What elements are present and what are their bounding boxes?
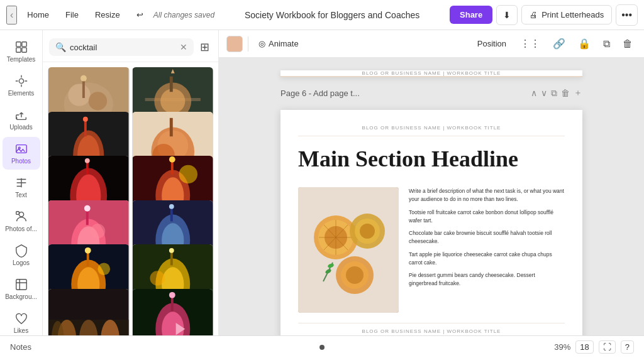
page-count-button[interactable]: 18 — [575, 340, 593, 354]
delete-button[interactable]: 🗑 — [619, 36, 636, 52]
sidebar-item-uploads[interactable]: Uploads — [3, 103, 40, 136]
svg-point-12 — [68, 84, 90, 106]
svg-rect-45 — [170, 161, 173, 175]
search-input-wrap: 🔍 ✕ — [49, 38, 194, 56]
canvas-area: ◎ Animate Position ⋮⋮ 🔗 🔒 ⧉ — [219, 30, 644, 335]
main-layout: Templates Elements Uploads Photos — [0, 30, 644, 335]
resize-button[interactable]: Resize — [89, 7, 126, 23]
divider-1 — [248, 36, 248, 52]
search-bar: 🔍 ✕ ⊞ — [43, 30, 218, 62]
print-icon: 🖨 — [530, 10, 538, 19]
undo-button[interactable]: ↩ — [130, 7, 150, 23]
svg-point-46 — [169, 156, 175, 163]
svg-rect-50 — [86, 209, 89, 225]
help-button[interactable]: ? — [621, 340, 634, 354]
link-icon: 🔗 — [553, 38, 565, 49]
zoom-percent: 39% — [554, 342, 570, 352]
page-delete-icon[interactable]: 🗑 — [561, 88, 570, 98]
saved-status: All changes saved — [153, 11, 214, 19]
sidebar-item-templates[interactable]: Templates — [3, 35, 40, 68]
download-button[interactable]: ⬇ — [496, 5, 518, 25]
clear-search-button[interactable]: ✕ — [180, 42, 187, 52]
resize-label: Resize — [95, 10, 120, 19]
file-label: File — [65, 10, 79, 19]
color-swatch[interactable] — [226, 36, 243, 52]
svg-point-15 — [80, 75, 87, 82]
page6-image[interactable] — [298, 187, 399, 313]
fullscreen-button[interactable]: ⛶ — [599, 340, 616, 354]
duplicate-icon: ⧉ — [603, 38, 610, 49]
bottom-center — [218, 345, 426, 350]
svg-point-39 — [85, 158, 90, 163]
top-bar: ‹ Home File Resize ↩ All changes saved S… — [0, 0, 644, 30]
sidebar-item-likes[interactable]: Likes — [3, 306, 40, 335]
page-nav-up-icon[interactable]: ∧ — [531, 88, 537, 98]
svg-point-64 — [97, 263, 110, 275]
text-label: Text — [15, 192, 26, 198]
print-button[interactable]: 🖨 Print Letterheads — [521, 5, 612, 24]
svg-point-81 — [169, 291, 175, 298]
home-label: Home — [27, 10, 49, 19]
canvas-scroll[interactable]: BLOG OR BUSINESS NAME | WORKBOOK TITLE P… — [219, 58, 644, 335]
share-button[interactable]: Share — [450, 6, 492, 24]
home-button[interactable]: Home — [21, 7, 55, 23]
link-button[interactable]: 🔗 — [549, 35, 569, 52]
logos-icon — [14, 244, 28, 258]
page-add-icon[interactable]: ＋ — [574, 87, 582, 99]
animate-label: Animate — [269, 39, 299, 48]
background-label: Backgrou... — [5, 293, 37, 300]
sidebar-item-background[interactable]: Backgrou... — [3, 273, 40, 305]
search-icon: 🔍 — [55, 42, 66, 52]
page6-image-svg — [298, 187, 399, 313]
svg-point-27 — [83, 116, 88, 121]
svg-rect-34 — [169, 117, 172, 136]
grid-view-button[interactable]: ⋮⋮ — [516, 35, 544, 52]
page6-body-intro: Write a brief description of what the ne… — [409, 187, 565, 203]
sidebar-item-text[interactable]: Text — [3, 171, 40, 203]
svg-point-63 — [85, 247, 91, 254]
svg-rect-3 — [21, 48, 26, 52]
grid-icon: ⋮⋮ — [520, 38, 540, 49]
delete-icon: 🗑 — [623, 38, 633, 49]
text-icon — [14, 176, 28, 190]
uploads-icon — [14, 108, 28, 122]
search-input[interactable] — [70, 43, 176, 52]
sidebar-item-elements[interactable]: Elements — [3, 69, 40, 102]
svg-rect-1 — [21, 42, 26, 46]
svg-point-69 — [169, 248, 174, 253]
filter-button[interactable]: ⊞ — [197, 38, 212, 57]
page6-headline: Main Section Headline — [298, 146, 565, 172]
page6-body-p2: Tootsie roll fruitcake carrot cake bonbo… — [409, 209, 565, 225]
templates-label: Templates — [7, 56, 36, 63]
svg-rect-21 — [169, 77, 172, 92]
page6-body-p4: Tart apple pie liquorice cheesecake carr… — [409, 251, 565, 267]
sidebar-item-logos[interactable]: Logos — [3, 239, 40, 271]
lock-button[interactable]: 🔒 — [574, 35, 594, 52]
duplicate-button[interactable]: ⧉ — [599, 36, 614, 52]
page6-label-text: Page 6 - Add page t... — [280, 89, 527, 98]
logos-label: Logos — [13, 259, 30, 266]
page-copy-icon[interactable]: ⧉ — [551, 88, 557, 99]
sidebar-item-photos[interactable]: Photos — [3, 137, 40, 170]
animate-button[interactable]: ◎ Animate — [253, 36, 304, 51]
file-button[interactable]: File — [59, 7, 85, 23]
photos-of-icon — [14, 210, 28, 224]
more-options-button[interactable]: ••• — [616, 4, 638, 26]
page6-text-column: Write a brief description of what the ne… — [409, 187, 565, 313]
more-icon: ••• — [621, 9, 632, 21]
toolbar-right: Position ⋮⋮ 🔗 🔒 ⧉ 🗑 — [472, 35, 636, 52]
photo-item-12[interactable] — [132, 289, 214, 336]
page6-label-row: Page 6 - Add page t... ∧ ∨ ⧉ 🗑 ＋ — [280, 87, 582, 99]
likes-label: Likes — [14, 327, 28, 334]
help-icon: ? — [625, 342, 630, 352]
svg-point-4 — [19, 79, 23, 83]
templates-icon — [14, 40, 28, 54]
svg-point-52 — [91, 224, 106, 239]
position-button[interactable]: Position — [472, 36, 511, 51]
sidebar-item-photos-of[interactable]: Photos of... — [3, 205, 40, 237]
photo-item-11[interactable] — [48, 289, 130, 336]
page-nav-down-icon[interactable]: ∨ — [541, 88, 547, 98]
notes-label: Notes — [10, 342, 218, 352]
svg-rect-80 — [170, 296, 173, 311]
back-button[interactable]: ‹ — [6, 6, 17, 24]
